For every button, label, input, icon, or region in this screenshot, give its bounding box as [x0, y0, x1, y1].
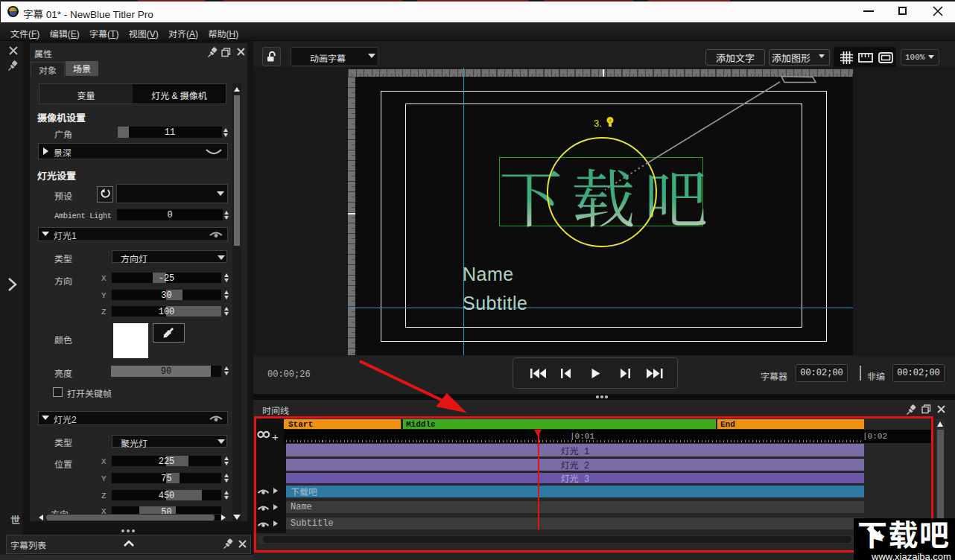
svg-text:3.: 3.	[594, 118, 602, 129]
